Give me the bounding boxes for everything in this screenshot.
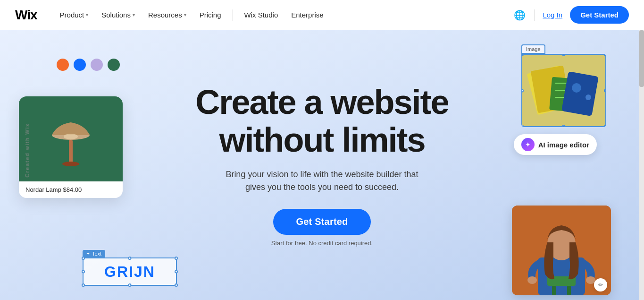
lamp-image xyxy=(19,96,123,181)
person-card-bg: ✏ xyxy=(512,206,611,295)
nav-item-wix-studio[interactable]: Wix Studio xyxy=(239,7,284,23)
svg-rect-17 xyxy=(552,286,556,295)
hero-subtitle: Bring your vision to life with the websi… xyxy=(195,168,448,194)
svg-rect-18 xyxy=(567,286,571,295)
img-handle-mr xyxy=(604,89,606,92)
hero-get-started-button[interactable]: Get Started xyxy=(273,209,370,235)
nav-item-enterprise[interactable]: Enterprise xyxy=(285,7,329,23)
nav-right: 🌐 Log In Get Started xyxy=(512,6,629,24)
handle-tm xyxy=(128,257,132,260)
handle-br xyxy=(175,283,178,287)
text-widget: ✦ Text GRIJN xyxy=(83,249,177,286)
dot-blue xyxy=(74,59,86,71)
lamp-product-card: Nordar Lamp $84.00 xyxy=(19,96,123,198)
nav-item-enterprise-label: Enterprise xyxy=(291,11,323,19)
nav-item-pricing[interactable]: Pricing xyxy=(194,7,227,23)
edit-pencil-icon[interactable]: ✏ xyxy=(594,278,607,291)
dot-orange xyxy=(57,59,69,71)
hero-center-content: Create a website without limits Bring yo… xyxy=(195,84,448,246)
nav-item-wix-studio-label: Wix Studio xyxy=(244,11,278,19)
chevron-down-icon: ▾ xyxy=(184,12,186,17)
chevron-down-icon: ▾ xyxy=(133,12,135,17)
dot-green xyxy=(108,59,120,71)
nav-item-product-label: Product xyxy=(60,11,84,19)
handle-mr xyxy=(175,270,178,274)
text-widget-box: GRIJN xyxy=(83,257,177,286)
image-widget-box xyxy=(521,54,606,127)
login-button[interactable]: Log In xyxy=(543,11,562,19)
globe-icon[interactable]: 🌐 xyxy=(512,8,527,23)
created-with-wix-label: Created with Wix xyxy=(25,123,30,177)
svg-point-13 xyxy=(585,94,591,100)
nav-item-pricing-label: Pricing xyxy=(200,11,221,19)
handle-bl xyxy=(82,283,85,287)
hero-free-note: Start for free. No credit card required. xyxy=(271,240,373,247)
chevron-down-icon: ▾ xyxy=(86,12,88,17)
image-widget-label: Image xyxy=(521,44,545,54)
image-widget: Image xyxy=(521,44,606,127)
svg-point-12 xyxy=(572,83,581,93)
ai-image-editor-badge[interactable]: ✦ AI image editor xyxy=(514,134,597,155)
nav-divider xyxy=(233,9,233,21)
nav-item-resources-label: Resources xyxy=(148,11,182,19)
handle-tl xyxy=(82,257,85,260)
handle-tr xyxy=(175,257,178,260)
ai-badge-text: AI image editor xyxy=(538,141,589,149)
grijn-brand-text: GRIJN xyxy=(104,263,155,281)
svg-point-2 xyxy=(62,162,79,166)
text-widget-label: ✦ Text xyxy=(83,250,105,257)
nav-items: Product ▾ Solutions ▾ Resources ▾ Pricin… xyxy=(54,7,512,23)
img-handle-tr xyxy=(604,54,606,56)
lamp-svg xyxy=(42,101,99,177)
img-handle-bm xyxy=(562,125,566,127)
scrollbar-thumb[interactable] xyxy=(639,30,644,87)
svg-rect-1 xyxy=(69,140,73,163)
svg-point-3 xyxy=(64,134,78,139)
hero-cta: Get Started Start for free. No credit ca… xyxy=(195,209,448,247)
color-dots-decoration xyxy=(57,59,120,71)
nav-item-resources[interactable]: Resources ▾ xyxy=(142,7,192,23)
scrollbar[interactable] xyxy=(639,30,644,300)
wix-logo[interactable]: Wix xyxy=(15,8,37,23)
img-handle-br xyxy=(604,125,606,127)
nav-item-product[interactable]: Product ▾ xyxy=(54,7,94,23)
ai-sparkle-icon: ✦ xyxy=(521,138,535,151)
handle-ml xyxy=(82,270,85,274)
handle-bm xyxy=(128,283,132,287)
nav-divider-right xyxy=(535,9,535,21)
nav-get-started-button[interactable]: Get Started xyxy=(570,6,629,24)
hero-title: Create a website without limits xyxy=(195,84,448,158)
nav-item-solutions[interactable]: Solutions ▾ xyxy=(96,7,141,23)
stationery-svg xyxy=(522,55,605,126)
navbar: Wix Product ▾ Solutions ▾ Resources ▾ Pr… xyxy=(0,0,644,30)
nav-item-solutions-label: Solutions xyxy=(101,11,131,19)
person-photo-card: ✏ xyxy=(512,206,611,295)
hero-section: Nordar Lamp $84.00 ✦ Text GRIJN Create a… xyxy=(0,30,644,300)
svg-point-21 xyxy=(527,276,537,284)
img-handle-bl xyxy=(521,125,524,127)
lamp-caption: Nordar Lamp $84.00 xyxy=(19,181,123,198)
dot-purple xyxy=(91,59,103,71)
